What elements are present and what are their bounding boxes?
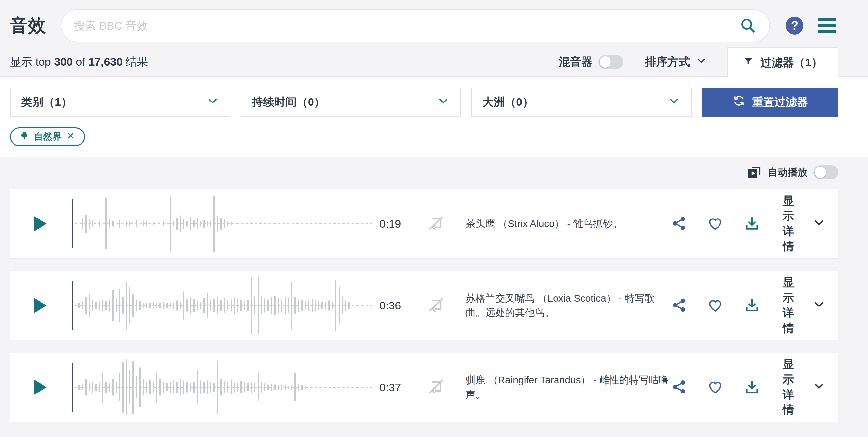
close-icon[interactable] [66, 131, 75, 143]
download-icon [744, 379, 760, 396]
share-button[interactable] [672, 216, 687, 232]
waveform-container[interactable] [72, 353, 372, 422]
waveform-bar [190, 297, 191, 314]
waveform-container[interactable] [72, 189, 372, 258]
waveform-bar [136, 300, 137, 311]
filter-tab[interactable]: 过滤器（1） [727, 48, 838, 77]
waveform-bar [271, 297, 272, 314]
chevron-down-icon [812, 298, 826, 313]
waveform-bar [254, 383, 255, 392]
share-button[interactable] [672, 298, 687, 314]
results-toolbar: 显示 top 300 of 17,630 结果 混音器 排序方式 过滤器（1） [0, 48, 868, 77]
waveform-bar [254, 296, 255, 315]
waveform[interactable] [75, 189, 372, 258]
favorite-button[interactable] [707, 297, 723, 314]
download-button[interactable] [744, 215, 760, 233]
waveform-bar [332, 301, 333, 310]
waveform-bar [173, 302, 174, 309]
waveform-bar [240, 300, 242, 311]
waveform-bar [143, 303, 144, 309]
search-button[interactable] [739, 17, 757, 35]
waveform-bar [180, 379, 181, 396]
hamburger-menu-button[interactable] [818, 18, 836, 33]
waveform-bar [193, 221, 195, 227]
waveform-bar [230, 380, 232, 395]
duration-dropdown[interactable]: 持续时间（0） [241, 88, 461, 117]
waveform-bar [207, 293, 208, 318]
play-button[interactable] [33, 379, 48, 396]
waveform-bar [294, 297, 296, 314]
result-row: 0:19 茶头鹰 （Strix Aluco） - 雏鸟抓钞。 [10, 189, 838, 258]
sort-by-button[interactable]: 排序方式 [645, 48, 707, 77]
waveform-bar [204, 382, 205, 393]
waveform-bar [190, 383, 191, 391]
waveform-bar [281, 385, 282, 390]
duration-label: 0:19 [379, 217, 408, 230]
playhead[interactable] [72, 281, 73, 330]
play-button[interactable] [33, 297, 48, 314]
waveform-bar [318, 301, 319, 310]
waveform-bar [207, 222, 208, 226]
waveform-bar [227, 221, 228, 227]
mixer-unavailable-icon [427, 377, 445, 397]
waveform-bar [200, 301, 201, 310]
waveform[interactable] [75, 353, 372, 422]
waveform-bar [237, 299, 239, 313]
waveform-bar [186, 382, 188, 392]
autoplay-icon [747, 164, 762, 181]
filter-tab-label: 过滤器（1） [760, 55, 823, 70]
playhead[interactable] [72, 199, 73, 249]
waveform-bar [288, 386, 289, 389]
autoplay-toggle[interactable] [813, 166, 838, 179]
mixer-unavailable-icon [427, 214, 445, 234]
reset-filters-button[interactable]: 重置过滤器 [702, 88, 838, 117]
active-filter-chip-nature[interactable]: 自然界 [10, 127, 85, 146]
waveform-bar [237, 383, 239, 392]
share-button[interactable] [672, 379, 687, 396]
waveform-bar [183, 292, 184, 320]
continent-dropdown-label: 大洲（0） [483, 95, 533, 110]
favorite-button[interactable] [707, 215, 723, 233]
show-details-button[interactable]: 显示详情 [783, 357, 826, 417]
waveform-bar [123, 362, 124, 413]
waveform-bar [210, 382, 211, 393]
waveform-bar [89, 383, 90, 391]
waveform-bar [129, 222, 130, 226]
waveform-bar [348, 302, 350, 309]
show-details-button[interactable]: 显示详情 [783, 194, 826, 254]
waveform-bar [85, 379, 87, 396]
results-list: 自动播放 0:19 茶头鹰 （Strix Aluco） - 雏鸟抓钞。 [0, 162, 868, 422]
mixer-toggle[interactable] [598, 55, 623, 69]
duration-dropdown-label: 持续时间（0） [252, 95, 326, 110]
waveform-bar [166, 303, 167, 309]
play-icon [33, 215, 48, 232]
help-button[interactable]: ? [786, 17, 803, 35]
category-dropdown[interactable]: 类别（1） [10, 88, 230, 117]
waveform-bar [251, 278, 252, 333]
play-button[interactable] [33, 215, 48, 232]
waveform-bar [284, 297, 286, 314]
continent-dropdown[interactable]: 大洲（0） [471, 88, 691, 117]
waveform-container[interactable] [72, 271, 372, 340]
autoplay-control[interactable]: 自动播放 [10, 162, 838, 182]
waveform-bar [132, 360, 134, 414]
waveform[interactable] [75, 271, 372, 340]
funnel-icon [743, 56, 754, 69]
result-row: 0:36 苏格兰交叉嘴鸟 （Loxia Scotica） - 特写歌曲。远处的其… [10, 271, 838, 340]
download-button[interactable] [744, 379, 760, 396]
waveform-bar [116, 299, 117, 313]
waveform-bar [146, 382, 147, 393]
waveform-bar [186, 221, 188, 227]
favorite-button[interactable] [707, 379, 723, 396]
mixer-control[interactable]: 混音器 [559, 48, 623, 77]
play-icon [33, 379, 48, 396]
search-input[interactable] [74, 20, 739, 32]
waveform-bar [159, 303, 161, 309]
waveform-bar [196, 371, 198, 404]
search-bar[interactable] [61, 9, 770, 42]
chevron-down-icon [812, 379, 826, 395]
download-button[interactable] [744, 297, 760, 314]
playhead[interactable] [72, 362, 73, 412]
show-details-label: 显示详情 [783, 275, 794, 336]
show-details-button[interactable]: 显示详情 [783, 275, 826, 336]
